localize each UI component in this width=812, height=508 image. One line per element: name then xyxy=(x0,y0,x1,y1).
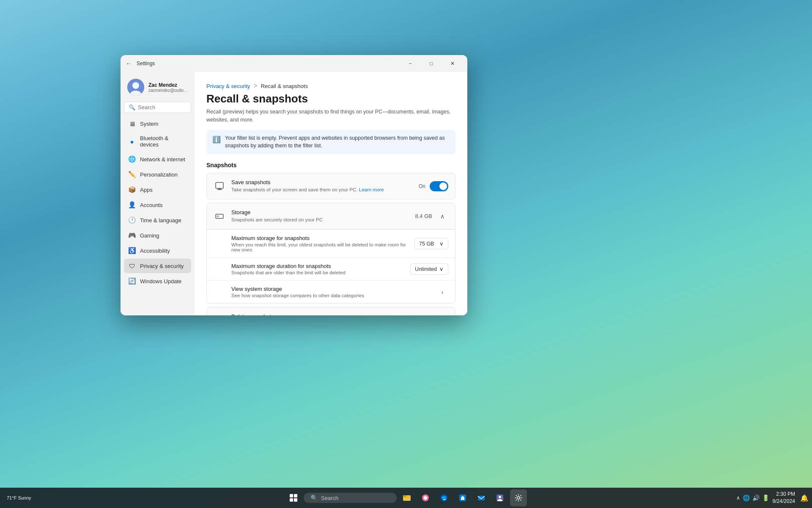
sidebar-item-apps[interactable]: 📦 Apps xyxy=(124,182,191,197)
view-system-storage-row[interactable]: View system storage See how snapshot sto… xyxy=(207,280,455,303)
taskbar-center: 🔍 Search xyxy=(285,489,527,506)
storage-content: Storage Snapshots are securely stored on… xyxy=(231,209,409,223)
taskbar-icon-teams[interactable] xyxy=(491,489,508,506)
notification-icon[interactable]: 🔔 xyxy=(800,494,809,502)
sidebar-label-gaming: Gaming xyxy=(140,232,159,239)
sidebar-item-personalization[interactable]: ✏️ Personalization xyxy=(124,167,191,182)
taskbar-right: ∧ 🌐 🔊 🔋 2:30 PM 9/24/2024 🔔 xyxy=(736,491,809,505)
sidebar-item-update[interactable]: 🔄 Windows Update xyxy=(124,274,191,288)
apps-icon: 📦 xyxy=(128,186,136,193)
restore-button[interactable]: □ xyxy=(422,57,441,70)
delete-snapshots-row: Delete snapshots You can delete snapshot… xyxy=(207,307,455,315)
taskbar-left: 71°F Sunny xyxy=(3,495,38,501)
taskbar-time[interactable]: 2:30 PM 9/24/2024 xyxy=(773,491,795,505)
sidebar-item-system[interactable]: 🖥 System xyxy=(124,116,191,131)
sidebar-item-time[interactable]: 🕐 Time & language xyxy=(124,213,191,227)
svg-rect-23 xyxy=(403,495,406,497)
delete-snapshots-content: Delete snapshots You can delete snapshot… xyxy=(231,313,431,315)
sidebar-search-input[interactable] xyxy=(138,104,187,110)
max-storage-dropdown[interactable]: 75 GB ∨ xyxy=(414,238,448,249)
save-snapshots-desc: Take snapshots of your screen and save t… xyxy=(231,186,413,193)
network-icon: 🌐 xyxy=(128,155,136,163)
taskbar-icon-mail[interactable] xyxy=(473,489,490,506)
sidebar-label-bluetooth: Bluetooth & devices xyxy=(140,135,187,148)
sidebar-item-accessibility[interactable]: ♿ Accessibility xyxy=(124,243,191,258)
storage-row: Storage Snapshots are securely stored on… xyxy=(207,203,455,229)
svg-point-25 xyxy=(424,496,427,500)
taskbar-search-icon: 🔍 xyxy=(310,494,318,501)
taskbar-search-label: Search xyxy=(321,495,338,501)
back-button[interactable]: ← xyxy=(126,60,132,67)
user-profile[interactable]: Zac Mendez zacmendez@outlook.com xyxy=(124,75,191,101)
taskbar-icon-settings[interactable] xyxy=(510,489,527,506)
sidebar-item-privacy[interactable]: 🛡 Privacy & security xyxy=(124,259,191,273)
accounts-icon: 👤 xyxy=(128,201,136,209)
user-name: Zac Mendez xyxy=(148,82,188,88)
settings-body: Zac Mendez zacmendez@outlook.com 🔍 🖥 Sys… xyxy=(121,72,467,315)
weather-widget[interactable]: 71°F Sunny xyxy=(3,495,35,501)
battery-tray-icon[interactable]: 🔋 xyxy=(762,494,769,501)
max-duration-dropdown[interactable]: Unlimited ∨ xyxy=(410,263,448,275)
max-duration-desc: Snapshots that are older than the limit … xyxy=(231,270,404,275)
svg-rect-21 xyxy=(294,498,297,502)
network-tray-icon[interactable]: 🌐 xyxy=(743,494,750,501)
max-duration-chevron-icon: ∨ xyxy=(439,266,444,272)
svg-point-32 xyxy=(517,497,520,499)
svg-rect-3 xyxy=(216,182,223,188)
delete-snapshots-expand-button[interactable]: ∨ xyxy=(436,315,448,315)
taskbar-search[interactable]: 🔍 Search xyxy=(304,493,397,503)
user-info: Zac Mendez zacmendez@outlook.com xyxy=(148,82,188,93)
view-system-storage-arrow[interactable]: › xyxy=(436,286,448,298)
taskbar-icon-store[interactable] xyxy=(454,489,471,506)
sidebar-label-privacy: Privacy & security xyxy=(140,263,184,269)
storage-collapse-button[interactable]: ∧ xyxy=(436,210,448,222)
taskbar-icon-explorer[interactable] xyxy=(398,489,415,506)
info-banner-text: Your filter list is empty. Prevent apps … xyxy=(225,134,450,150)
storage-desc: Snapshots are securely stored on your PC xyxy=(231,216,409,223)
user-email: zacmendez@outlook.com xyxy=(148,88,188,93)
window-title: Settings xyxy=(137,61,155,66)
page-description: Recall (preview) helps you search your s… xyxy=(206,108,455,124)
volume-tray-icon[interactable]: 🔊 xyxy=(752,494,760,501)
snapshots-section-title: Snapshots xyxy=(206,162,455,168)
accessibility-icon: ♿ xyxy=(128,247,136,254)
storage-value: 8.4 GB xyxy=(415,213,432,219)
sidebar: Zac Mendez zacmendez@outlook.com 🔍 🖥 Sys… xyxy=(121,72,195,315)
title-bar: ← Settings − □ ✕ xyxy=(121,55,467,72)
delete-snapshots-title: Delete snapshots xyxy=(231,313,431,315)
save-snapshots-learn-more[interactable]: Learn more xyxy=(359,187,384,192)
minimize-button[interactable]: − xyxy=(401,57,420,70)
desktop: ← Settings − □ ✕ xyxy=(0,0,812,508)
sidebar-item-gaming[interactable]: 🎮 Gaming xyxy=(124,228,191,243)
breadcrumb-parent[interactable]: Privacy & security xyxy=(206,83,250,89)
sidebar-item-network[interactable]: 🌐 Network & internet xyxy=(124,152,191,166)
max-storage-desc: When you reach this limit, your oldest s… xyxy=(231,242,409,252)
taskbar-icon-paint[interactable] xyxy=(417,489,434,506)
sidebar-search-box[interactable]: 🔍 xyxy=(124,102,191,113)
svg-rect-20 xyxy=(290,498,293,502)
sidebar-item-accounts[interactable]: 👤 Accounts xyxy=(124,198,191,212)
settings-window: ← Settings − □ ✕ xyxy=(121,55,467,315)
max-storage-title: Maximum storage for snapshots xyxy=(231,235,409,241)
svg-rect-7 xyxy=(217,215,219,217)
max-storage-content: Maximum storage for snapshots When you r… xyxy=(231,235,409,252)
sidebar-label-system: System xyxy=(140,121,158,127)
delete-snapshots-icon xyxy=(214,315,225,315)
max-storage-row: Maximum storage for snapshots When you r… xyxy=(207,229,455,257)
storage-icon xyxy=(214,210,225,222)
svg-point-1 xyxy=(132,82,139,89)
close-button[interactable]: ✕ xyxy=(443,57,462,70)
start-button[interactable] xyxy=(285,489,302,506)
taskbar-icon-browser[interactable] xyxy=(436,489,453,506)
sidebar-label-apps: Apps xyxy=(140,187,153,193)
sidebar-item-bluetooth[interactable]: ● Bluetooth & devices xyxy=(124,132,191,151)
svg-rect-4 xyxy=(218,188,221,189)
tray-chevron[interactable]: ∧ xyxy=(736,495,740,501)
storage-card: Storage Snapshots are securely stored on… xyxy=(206,203,455,304)
title-bar-left: ← Settings xyxy=(126,60,155,67)
svg-point-31 xyxy=(499,496,501,498)
page-title: Recall & snapshots xyxy=(206,92,455,105)
save-snapshots-content: Save snapshots Take snapshots of your sc… xyxy=(231,179,413,193)
save-snapshots-action: On xyxy=(419,181,448,191)
save-snapshots-toggle[interactable] xyxy=(430,181,448,191)
